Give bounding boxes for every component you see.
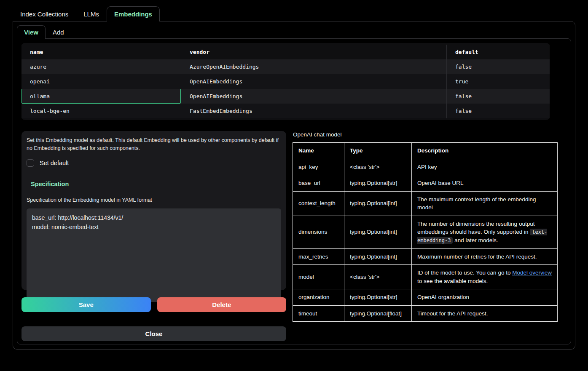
param-description: API key (412, 159, 558, 175)
param-type: typing.Optional[int] (344, 248, 412, 265)
cell-default: true (446, 74, 550, 89)
param-type: typing.Optional[int] (344, 191, 412, 216)
param-type: typing.Optional[float] (344, 305, 412, 322)
spec-column-description: Description (412, 143, 558, 159)
description-text: ID of the model to use. You can go to (417, 270, 512, 276)
param-type: <class 'str'> (344, 265, 412, 289)
cell-default: false (446, 89, 550, 104)
spec-column-type: Type (344, 143, 412, 159)
param-description: The maximum context length of the embedd… (412, 191, 558, 216)
param-name: organization (293, 289, 344, 306)
detail-left-column: Set this Embedding model as default. Thi… (21, 131, 286, 341)
model-params-table: NameTypeDescription api_key<class 'str'>… (293, 142, 558, 322)
cell-default: false (446, 59, 550, 74)
table-row-local-bge-en[interactable]: local-bge-enFastEmbedEmbeddingsfalse (21, 104, 550, 118)
cell-vendor: FastEmbedEmbeddings (181, 104, 446, 118)
view-tab-panel: namevendordefault azureAzureOpenAIEmbedd… (17, 38, 571, 344)
param-name: model (293, 265, 344, 289)
spec-row-context-length: context_lengthtyping.Optional[int]The ma… (293, 191, 558, 216)
set-default-description: Set this Embedding model as default. Thi… (27, 136, 281, 153)
description-text: OpenAI base URL (417, 180, 464, 186)
param-name: max_retries (293, 248, 344, 265)
spec-row-timeout: timeouttyping.Optional[float]Timeout for… (293, 305, 558, 322)
specification-subtitle: Specification of the Embedding model in … (27, 197, 281, 203)
delete-button[interactable]: Delete (157, 297, 287, 312)
tab-llms[interactable]: LLMs (76, 6, 107, 21)
yaml-spec-textarea[interactable]: base_url: http://localhost:11434/v1/ mod… (27, 208, 281, 302)
param-description: OpenAI organization (412, 289, 558, 306)
cell-name: azure (21, 59, 181, 74)
description-text: The number of dimensions the resulting o… (417, 221, 534, 235)
description-text: OpenAI organization (417, 294, 469, 300)
description-text: The maximum context length of the embedd… (417, 196, 536, 211)
model-params-body: api_key<class 'str'>API keybase_urltypin… (293, 159, 558, 322)
cell-name: local-bge-en (21, 104, 181, 118)
param-type: typing.Optional[str] (344, 175, 412, 192)
spec-row-organization: organizationtyping.Optional[str]OpenAI o… (293, 289, 558, 306)
cell-default: false (446, 104, 550, 118)
param-name: timeout (293, 305, 344, 322)
description-text: to see the available models. (417, 278, 488, 284)
param-description: OpenAI base URL (412, 175, 558, 192)
model-params-header-row: NameTypeDescription (293, 143, 558, 159)
description-text: API key (417, 164, 437, 170)
top-tab-bar: Index CollectionsLLMsEmbeddings (13, 6, 575, 21)
embeddings-table-header: namevendordefault (21, 45, 550, 59)
param-type: typing.Optional[str] (344, 289, 412, 306)
cell-vendor: OpenAIEmbeddings (181, 89, 446, 104)
param-description: ID of the model to use. You can go to Mo… (412, 265, 558, 289)
app-window: Index CollectionsLLMsEmbeddings ViewAdd … (0, 0, 588, 371)
cell-vendor: AzureOpenAIEmbeddings (181, 59, 446, 74)
tab-add[interactable]: Add (46, 25, 71, 39)
param-type: <class 'str'> (344, 159, 412, 175)
set-default-label: Set default (40, 160, 69, 166)
view-add-tab-bar: ViewAdd (17, 25, 571, 39)
spec-row-max-retries: max_retriestyping.Optional[int]Maximum n… (293, 248, 558, 265)
column-header-vendor: vendor (181, 45, 446, 59)
table-row-azure[interactable]: azureAzureOpenAIEmbeddingsfalse (21, 59, 550, 74)
model-overview-link[interactable]: Model overview (512, 270, 552, 276)
embeddings-table-body: azureAzureOpenAIEmbeddingsfalseopenaiOpe… (21, 59, 550, 118)
column-header-default: default (446, 45, 550, 59)
cell-name: openai (21, 74, 181, 89)
param-name: context_length (293, 191, 344, 216)
cell-vendor: OpenAIEmbeddings (181, 74, 446, 89)
cell-name: ollama (21, 89, 181, 104)
embeddings-tab-panel: ViewAdd namevendordefault azureAzureOpen… (13, 21, 575, 350)
embeddings-list-table: namevendordefault azureAzureOpenAIEmbedd… (21, 43, 550, 120)
description-text: and later models. (453, 237, 498, 243)
specification-heading: Specification (31, 181, 281, 187)
spec-column-name: Name (293, 143, 344, 159)
tab-embeddings[interactable]: Embeddings (107, 6, 160, 21)
spec-row-base-url: base_urltyping.Optional[str]OpenAI base … (293, 175, 558, 192)
description-text: Maximum number of retries for the API re… (417, 254, 537, 260)
param-type: typing.Optional[int] (344, 216, 412, 248)
param-name: dimensions (293, 216, 344, 248)
tab-view[interactable]: View (17, 25, 46, 39)
param-description: Maximum number of retries for the API re… (412, 248, 558, 265)
spec-row-model: model<class 'str'>ID of the model to use… (293, 265, 558, 289)
param-description: The number of dimensions the resulting o… (412, 216, 558, 248)
table-row-openai[interactable]: openaiOpenAIEmbeddingstrue (21, 74, 550, 89)
spec-table-title: OpenAI chat model (293, 131, 558, 138)
param-name: base_url (293, 175, 344, 192)
table-row-ollama[interactable]: ollamaOpenAIEmbeddingsfalse (21, 89, 550, 104)
param-name: api_key (293, 159, 344, 175)
set-default-checkbox[interactable] (27, 159, 34, 167)
column-header-name: name (21, 45, 181, 59)
description-text: Timeout for the API request. (417, 310, 488, 317)
set-default-row: Set default (27, 159, 281, 167)
tab-index-collections[interactable]: Index Collections (13, 6, 76, 21)
param-description: Timeout for the API request. (412, 305, 558, 322)
save-button[interactable]: Save (21, 297, 151, 312)
close-button[interactable]: Close (21, 326, 286, 341)
spec-row-dimensions: dimensionstyping.Optional[int]The number… (293, 216, 558, 248)
set-default-panel: Set this Embedding model as default. Thi… (21, 131, 286, 290)
spec-row-api-key: api_key<class 'str'>API key (293, 159, 558, 175)
detail-right-column: OpenAI chat model NameTypeDescription ap… (293, 131, 558, 341)
